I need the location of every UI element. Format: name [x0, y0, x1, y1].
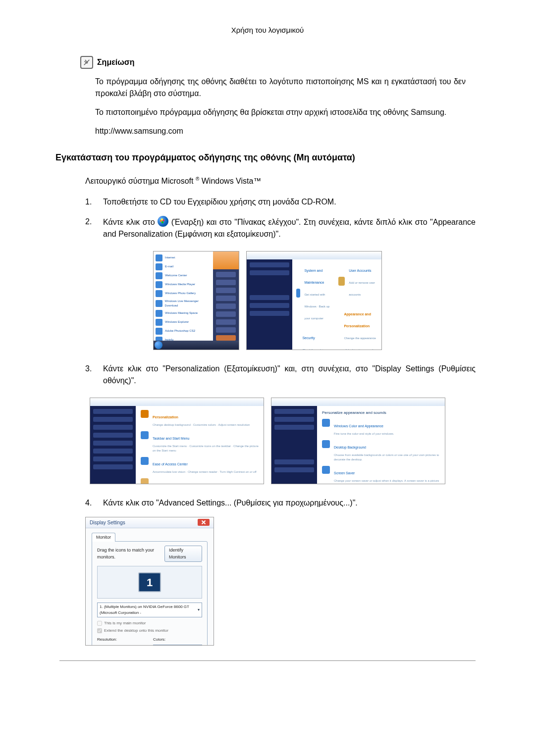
item-icon	[322, 466, 330, 474]
cp-category: Security	[302, 336, 315, 340]
personalization-link: Personalization	[153, 415, 178, 419]
display-settings-screenshot: Display Settings Monitor Drag the icons …	[85, 517, 214, 646]
personalization-content: Personalize appearance and sounds Window…	[317, 406, 445, 484]
step-text: Τοποθετήστε το CD του Εγχειρίδιου χρήσης…	[103, 196, 476, 208]
window-titlebar	[90, 398, 264, 406]
item-sub: Fine tune the color and style of your wi…	[334, 432, 394, 436]
start-right-item	[216, 296, 236, 301]
start-item: Adobe Photoshop CS2	[165, 329, 195, 333]
extend-desktop-checkbox: Extend the desktop onto this monitor	[97, 628, 202, 634]
step-1: 1. Τοποθετήστε το CD του Εγχειρίδιου χρή…	[85, 196, 476, 208]
colors-select[interactable]: Highest (32 bit) ▾	[153, 645, 202, 646]
app-icon	[156, 310, 162, 317]
step2-before: Κάντε κλικ στο	[103, 218, 158, 226]
start-right-item	[216, 327, 236, 333]
item-title: Folder Options	[153, 484, 175, 484]
start-right-item	[216, 303, 236, 309]
item-sub: Customize the Start menu · Customize ico…	[153, 444, 259, 453]
cp-category: System and Maintenance	[304, 269, 324, 284]
start-menu-right-pane	[213, 252, 239, 341]
checkbox-label: This is my main monitor	[104, 620, 146, 626]
note-paragraph-1: Το πρόγραμμα οδήγησης της οθόνης διαθέτε…	[95, 76, 466, 100]
cp-appearance-personalization: Appearance and Personalization	[344, 312, 371, 328]
monitor-arrangement-preview[interactable]: 1	[97, 566, 202, 599]
start-item: Windows Photo Gallery	[165, 291, 196, 296]
step2-screenshot-row: Internet E-mail Welcome Center Windows M…	[59, 251, 476, 350]
appearance-panel-screenshot: PersonalizationChange desktop background…	[90, 398, 264, 484]
monitor-icon-1[interactable]: 1	[138, 572, 161, 592]
step-number: 4.	[85, 497, 94, 509]
section-title: Εγκατάσταση του προγράμματος οδήγησης τη…	[55, 151, 476, 164]
cp-sub: Check for updates · Check this computer'…	[302, 349, 333, 350]
start-right-item	[216, 280, 236, 285]
item-icon	[141, 431, 149, 439]
display-device-select[interactable]: 1. (Multiple Monitors) on NVIDIA GeForce…	[97, 603, 202, 617]
app-icon	[156, 254, 162, 261]
item-sub: Change desktop background · Customize co…	[153, 423, 250, 427]
tasks-sidebar	[271, 406, 317, 484]
item-title: Windows Color and Appearance	[334, 424, 383, 428]
start-item: Welcome Center	[165, 273, 187, 278]
step-text: Κάντε κλικ στο "Personalization (Εξατομί…	[103, 363, 476, 387]
appearance-panel-content: PersonalizationChange desktop background…	[136, 406, 264, 484]
start-right-item	[216, 272, 236, 277]
app-icon	[156, 300, 162, 307]
tasks-sidebar	[90, 406, 136, 484]
app-icon	[156, 281, 162, 288]
cp-sub: Get started with Windows · Back up your …	[304, 293, 329, 320]
colors-label: Colors:	[153, 637, 202, 643]
item-icon	[322, 440, 330, 448]
start-right-item	[216, 311, 236, 317]
item-icon	[322, 419, 330, 427]
control-panel-content: System and MaintenanceGet started with W…	[292, 259, 381, 350]
slider-knob[interactable]	[119, 645, 123, 646]
close-icon[interactable]	[198, 519, 210, 526]
step-number: 1.	[85, 196, 94, 208]
start-item: Internet	[165, 255, 175, 260]
page-header-title: Χρήση του λογισμικού	[59, 25, 476, 36]
checkbox	[97, 628, 102, 633]
start-item: Windows Media Player	[165, 282, 195, 287]
dialog-titlebar: Display Settings	[86, 517, 214, 528]
step-2: 2. Κάντε κλικ στο (Έναρξη) και στο "Πίνα…	[85, 216, 476, 240]
cp-sub: Add or remove user accounts	[349, 281, 375, 296]
step-number: 2.	[85, 216, 94, 240]
app-icon	[156, 290, 162, 297]
item-title: Desktop Background	[334, 446, 366, 449]
note-icon	[80, 56, 93, 69]
slider-high: High	[138, 645, 146, 646]
chevron-down-icon: ▾	[198, 607, 200, 613]
note-paragraph-2: Το πιστοποιημένο πρόγραμμα οδήγησης θα β…	[95, 106, 466, 118]
category-icon	[296, 289, 300, 298]
note-label: Σημείωση	[97, 56, 134, 68]
device-name: 1. (Multiple Monitors) on NVIDIA GeForce…	[100, 604, 198, 616]
checkbox	[97, 621, 102, 626]
main-monitor-checkbox: This is my main monitor	[97, 620, 202, 626]
tab-monitor[interactable]: Monitor	[92, 533, 115, 542]
item-title: Screen Saver	[334, 471, 355, 475]
category-icon	[338, 277, 345, 286]
cp-category: User Accounts	[349, 269, 371, 272]
samsung-url: http://www.samsung.com	[95, 125, 476, 137]
start-orb-icon	[158, 216, 168, 227]
item-sub: Choose from available backgrounds or col…	[334, 453, 440, 462]
app-icon	[156, 328, 162, 335]
start-item: Windows Live Messenger Download	[165, 299, 211, 308]
resolution-label: Resolution:	[97, 637, 146, 643]
window-titlebar	[271, 398, 445, 406]
start-right-item	[216, 319, 236, 325]
slider-low: Low	[97, 645, 105, 646]
item-sub: Change your screen saver or adjust when …	[334, 479, 440, 484]
app-icon	[156, 263, 162, 270]
window-titlebar	[247, 252, 381, 259]
step-number: 3.	[85, 363, 94, 387]
start-item: Windows Explorer	[165, 320, 189, 324]
item-title: Taskbar and Start Menu	[153, 437, 189, 440]
os-line: Λειτουργικό σύστημα Microsoft ® Windows …	[85, 175, 476, 187]
step3-screenshot-row: PersonalizationChange desktop background…	[59, 398, 476, 484]
start-item: Windows Meeting Space	[165, 311, 198, 315]
step-4: 4. Κάντε κλικ στο "Advanced Settings... …	[85, 497, 476, 509]
identify-monitors-button[interactable]: Identify Monitors	[164, 546, 202, 562]
resolution-slider[interactable]: Low High	[97, 645, 146, 646]
start-right-item	[216, 288, 236, 293]
